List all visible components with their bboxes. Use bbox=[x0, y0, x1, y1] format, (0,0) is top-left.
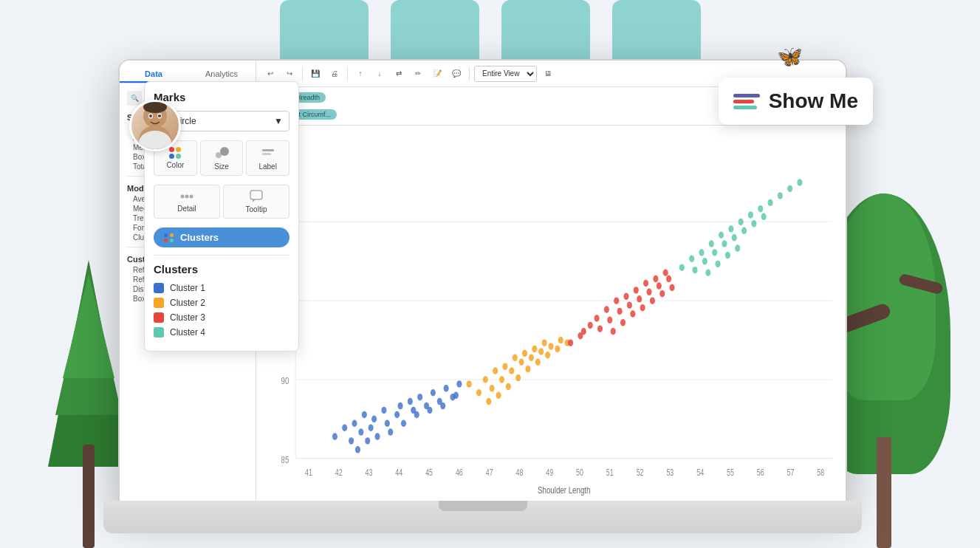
svg-point-128 bbox=[705, 270, 710, 276]
svg-point-103 bbox=[630, 310, 635, 317]
show-me-panel[interactable]: Show Me bbox=[719, 78, 873, 125]
toolbar-sep-2 bbox=[347, 67, 348, 81]
size-label: Size bbox=[214, 162, 228, 171]
search-icon-btn[interactable]: 🔍 bbox=[127, 91, 142, 106]
main-area: ↩ ↪ 💾 🖨 ↑ ↓ ⇄ ✏ 📝 💬 Entire View bbox=[256, 61, 846, 502]
svg-point-104 bbox=[640, 304, 645, 311]
svg-point-71 bbox=[558, 337, 563, 343]
highlight-btn[interactable]: ✏ bbox=[410, 66, 426, 82]
print-btn[interactable]: 🖨 bbox=[326, 66, 343, 82]
svg-text:45: 45 bbox=[425, 468, 433, 477]
clusters-pill[interactable]: Clusters bbox=[154, 227, 289, 247]
svg-text:53: 53 bbox=[666, 468, 674, 477]
label-btn[interactable]: Label bbox=[246, 140, 289, 176]
tab-data[interactable]: Data bbox=[120, 66, 188, 83]
svg-point-52 bbox=[401, 420, 406, 427]
marks-detail-row: Detail Tooltip bbox=[154, 185, 289, 219]
svg-marker-151 bbox=[253, 199, 256, 202]
cluster-dot-2 bbox=[170, 233, 174, 237]
chart-area: 90 85 41 42 43 44 45 46 47 48 49 50 51 bbox=[256, 126, 846, 502]
detail-btn[interactable]: Detail bbox=[154, 185, 220, 219]
svg-point-35 bbox=[381, 407, 386, 414]
svg-point-110 bbox=[699, 249, 704, 256]
svg-rect-150 bbox=[250, 191, 262, 199]
svg-point-31 bbox=[349, 437, 354, 444]
sort-desc-btn[interactable]: ↓ bbox=[371, 66, 388, 82]
svg-point-37 bbox=[394, 411, 400, 418]
size-icon bbox=[214, 145, 229, 160]
svg-point-131 bbox=[735, 244, 740, 251]
avatar bbox=[129, 100, 181, 151]
cluster-dot-4 bbox=[170, 239, 174, 242]
svg-point-106 bbox=[659, 290, 665, 297]
svg-point-41 bbox=[417, 394, 422, 400]
color-dot-3 bbox=[169, 154, 174, 159]
svg-text:44: 44 bbox=[395, 468, 402, 477]
svg-point-57 bbox=[483, 376, 488, 383]
svg-point-51 bbox=[388, 428, 393, 435]
svg-point-89 bbox=[653, 275, 658, 282]
svg-point-80 bbox=[486, 398, 491, 405]
svg-text:51: 51 bbox=[606, 468, 614, 477]
svg-point-67 bbox=[519, 358, 524, 365]
svg-point-92 bbox=[607, 317, 612, 323]
svg-point-53 bbox=[414, 411, 419, 418]
size-btn[interactable]: Size bbox=[200, 140, 244, 176]
laptop-base bbox=[103, 501, 862, 533]
svg-point-34 bbox=[371, 416, 377, 422]
marks-buttons-grid: Color Size Label bbox=[154, 140, 289, 176]
undo-btn[interactable]: ↩ bbox=[262, 66, 278, 82]
view-dropdown[interactable]: Entire View bbox=[474, 66, 537, 82]
color-dot-2 bbox=[176, 147, 181, 152]
svg-text:43: 43 bbox=[366, 468, 373, 477]
svg-point-58 bbox=[493, 367, 498, 374]
clusters-dots-icon bbox=[164, 233, 174, 242]
svg-point-73 bbox=[506, 383, 511, 390]
svg-text:42: 42 bbox=[335, 468, 343, 477]
svg-point-120 bbox=[722, 240, 727, 247]
svg-rect-0 bbox=[256, 126, 846, 502]
detail-label: Detail bbox=[177, 205, 196, 213]
svg-point-130 bbox=[725, 252, 730, 258]
color-dot-1 bbox=[169, 147, 174, 152]
svg-point-85 bbox=[614, 297, 619, 304]
svg-text:57: 57 bbox=[787, 468, 795, 477]
svg-point-56 bbox=[453, 392, 459, 399]
svg-point-124 bbox=[761, 213, 767, 220]
color-dot-4 bbox=[176, 154, 181, 159]
monitor-btn[interactable]: 🖥 bbox=[540, 66, 556, 82]
svg-point-68 bbox=[529, 355, 534, 361]
svg-point-61 bbox=[522, 350, 527, 357]
svg-text:41: 41 bbox=[305, 468, 312, 477]
svg-point-50 bbox=[374, 433, 380, 439]
svg-point-54 bbox=[427, 407, 432, 414]
show-me-bar-2 bbox=[733, 100, 754, 103]
marks-title: Marks bbox=[154, 91, 289, 103]
tab-analytics[interactable]: Analytics bbox=[188, 66, 256, 83]
legend-color-2 bbox=[154, 298, 164, 308]
svg-rect-146 bbox=[262, 153, 271, 155]
svg-point-33 bbox=[369, 424, 374, 431]
decorative-cards bbox=[148, 0, 832, 66]
svg-point-149 bbox=[190, 195, 193, 199]
svg-point-97 bbox=[657, 282, 662, 289]
swap-btn[interactable]: ⇄ bbox=[391, 66, 407, 82]
svg-point-127 bbox=[693, 267, 698, 273]
annotate-btn[interactable]: 📝 bbox=[429, 66, 445, 82]
save-btn[interactable]: 💾 bbox=[307, 66, 323, 82]
tooltip-btn[interactable]: Tooltip bbox=[223, 185, 289, 219]
svg-point-125 bbox=[689, 256, 694, 262]
svg-point-43 bbox=[431, 389, 436, 396]
svg-point-147 bbox=[181, 195, 185, 199]
svg-point-36 bbox=[385, 420, 390, 427]
svg-point-90 bbox=[663, 270, 668, 276]
svg-point-98 bbox=[666, 275, 671, 282]
sort-asc-btn[interactable]: ↑ bbox=[352, 66, 369, 82]
svg-text:Shoulder Length: Shoulder Length bbox=[538, 485, 590, 496]
tooltip-icon-btn[interactable]: 💬 bbox=[448, 66, 465, 82]
svg-point-107 bbox=[669, 284, 674, 291]
svg-text:90: 90 bbox=[281, 376, 289, 386]
svg-point-129 bbox=[716, 261, 721, 267]
laptop-notch bbox=[439, 501, 527, 511]
redo-btn[interactable]: ↪ bbox=[281, 66, 298, 82]
